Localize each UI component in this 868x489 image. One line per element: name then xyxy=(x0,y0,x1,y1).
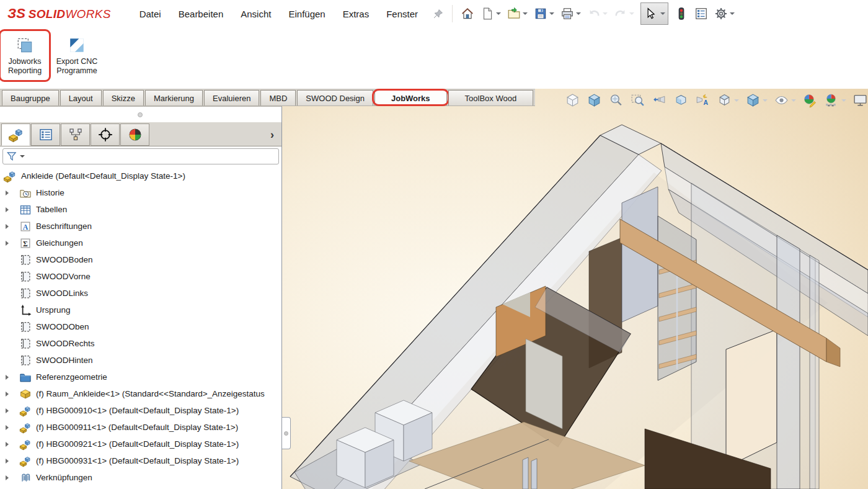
open-document-button[interactable] xyxy=(505,6,529,22)
tree-row[interactable]: Ursprung xyxy=(0,302,281,318)
tree-row[interactable]: SWOODHinten xyxy=(0,352,281,369)
tree-row[interactable] xyxy=(0,486,281,489)
expander[interactable] xyxy=(3,375,19,380)
view-annotations-icon[interactable] xyxy=(695,92,711,108)
dimxpert-tab[interactable] xyxy=(91,123,120,146)
panel-collapse-handle[interactable] xyxy=(282,417,291,449)
hide-show-items-icon[interactable] xyxy=(774,92,796,108)
expander[interactable] xyxy=(3,241,19,246)
expander[interactable] xyxy=(3,475,19,480)
display-style-caret[interactable] xyxy=(763,99,768,102)
tree-row[interactable]: Tabellen xyxy=(0,201,281,218)
select-tool-button[interactable] xyxy=(640,2,668,25)
hide-show-caret[interactable] xyxy=(791,99,796,102)
save-caret[interactable] xyxy=(549,12,554,15)
splitter-dot[interactable] xyxy=(138,112,143,117)
jobworks-reporting-icon xyxy=(16,36,34,55)
traffic-light-button[interactable] xyxy=(673,6,690,22)
tree-row[interactable]: SWOODOben xyxy=(0,318,281,335)
save-button[interactable] xyxy=(532,6,556,22)
tree-row[interactable]: Historie xyxy=(0,184,281,201)
tree-row[interactable]: SWOODLinks xyxy=(0,285,281,302)
standard-toolbar xyxy=(459,2,737,25)
print-caret[interactable] xyxy=(576,12,581,15)
tab-jobworks[interactable]: JobWorks xyxy=(374,90,447,105)
menu-fenster[interactable]: Fenster xyxy=(378,5,427,23)
viewport-3d-model xyxy=(282,89,868,489)
menu-einfuegen[interactable]: Einfügen xyxy=(280,5,334,23)
tab-baugruppe[interactable]: Baugruppe xyxy=(2,90,59,105)
edit-appearance-icon[interactable] xyxy=(802,92,818,108)
menu-bearbeiten[interactable]: Bearbeiten xyxy=(170,5,232,23)
panel-splitter[interactable] xyxy=(0,107,281,122)
open-document-caret[interactable] xyxy=(523,12,528,15)
expander[interactable] xyxy=(3,191,19,195)
menu-ansicht[interactable]: Ansicht xyxy=(232,5,280,23)
home-button[interactable] xyxy=(459,6,476,22)
expander[interactable] xyxy=(3,442,19,447)
tab-markierung[interactable]: Markierung xyxy=(145,90,203,105)
tree-row[interactable]: (f) HBG000911<1> (Default<Default_Displa… xyxy=(0,419,281,436)
expander[interactable] xyxy=(3,224,19,229)
featuremanager-tab[interactable] xyxy=(1,123,30,146)
settings-caret[interactable] xyxy=(730,12,735,15)
expander[interactable] xyxy=(3,392,19,397)
expander[interactable] xyxy=(3,207,19,212)
tab-evaluieren[interactable]: Evaluieren xyxy=(204,90,259,105)
tree-row[interactable]: Verknüpfungen xyxy=(0,469,281,486)
tab-layout[interactable]: Layout xyxy=(60,90,102,105)
tree-row[interactable]: (f) HBG000910<1> (Default<Default_Displa… xyxy=(0,402,281,419)
tree-row[interactable]: SWOODBoden xyxy=(0,251,281,268)
tree-row[interactable]: SWOODVorne xyxy=(0,268,281,285)
zoom-to-area-icon[interactable] xyxy=(630,92,645,108)
tree-row-root[interactable]: Ankleide (Default<Default_Display State-… xyxy=(0,168,281,184)
tree-filter-input[interactable] xyxy=(2,148,279,164)
previous-view-icon[interactable] xyxy=(652,92,667,108)
tab-skizze[interactable]: Skizze xyxy=(103,90,144,105)
jobworks-reporting-button[interactable]: Jobworks Reporting xyxy=(1,34,48,78)
display-style-icon[interactable] xyxy=(745,92,768,108)
plane-icon xyxy=(19,271,32,283)
shaded-cube-icon[interactable] xyxy=(587,92,602,108)
apply-scene-caret[interactable] xyxy=(841,99,846,102)
new-document-button[interactable] xyxy=(479,6,503,22)
export-cnc-button[interactable]: Export CNC Programme xyxy=(53,34,100,78)
expander[interactable] xyxy=(3,425,19,430)
section-view-icon[interactable] xyxy=(673,92,689,108)
tab-swood-design[interactable]: SWOOD Design xyxy=(297,90,373,105)
expander[interactable] xyxy=(3,408,19,413)
new-document-caret[interactable] xyxy=(496,12,501,15)
zoom-to-fit-icon[interactable] xyxy=(565,92,580,108)
view-orientation-caret[interactable] xyxy=(734,99,739,102)
view-orientation-icon[interactable] xyxy=(717,92,739,108)
redo-caret xyxy=(629,12,634,15)
expander[interactable] xyxy=(3,459,19,464)
tree-row[interactable]: Beschriftungen xyxy=(0,218,281,235)
select-tool-caret[interactable] xyxy=(660,12,665,15)
tab-mbd[interactable]: MBD xyxy=(260,90,296,105)
menu-datei[interactable]: Datei xyxy=(131,5,170,23)
tree-row[interactable]: Referenzgeometrie xyxy=(0,369,281,385)
tab-toolbox-wood[interactable]: ToolBox Wood xyxy=(448,90,534,105)
tree-row[interactable]: SWOODRechts xyxy=(0,335,281,352)
tree-row[interactable]: (f) HBG000921<1> (Default<Default_Displa… xyxy=(0,436,281,452)
propertymanager-tab[interactable] xyxy=(31,123,60,146)
settings-button[interactable] xyxy=(712,6,737,22)
configurationmanager-tab[interactable] xyxy=(61,123,90,146)
plane-icon xyxy=(19,254,32,266)
print-button[interactable] xyxy=(559,6,583,22)
filter-caret[interactable] xyxy=(20,155,25,158)
pin-menu-icon[interactable] xyxy=(433,9,443,19)
zoom-icon[interactable] xyxy=(608,92,624,108)
graphics-viewport[interactable] xyxy=(282,89,868,489)
apply-scene-icon[interactable] xyxy=(824,92,846,108)
panel-expand-arrow[interactable]: › xyxy=(267,128,278,141)
tree-row[interactable]: (f) HBG000931<1> (Default<Default_Displa… xyxy=(0,452,281,469)
view-settings-icon[interactable] xyxy=(852,92,868,108)
displaymanager-tab[interactable] xyxy=(120,123,149,146)
menu-extras[interactable]: Extras xyxy=(334,5,378,23)
tree-row[interactable]: (f) Raum_Ankleide<1> (Standard<<Standard… xyxy=(0,385,281,402)
command-options-button[interactable] xyxy=(693,6,710,22)
export-cnc-icon xyxy=(68,36,86,55)
tree-row[interactable]: Gleichungen xyxy=(0,235,281,251)
